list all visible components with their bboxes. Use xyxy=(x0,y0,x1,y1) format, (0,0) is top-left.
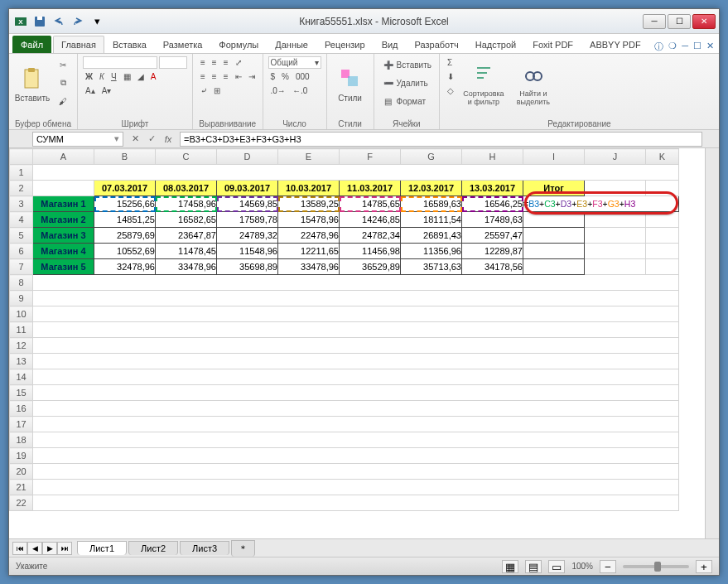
cell-I7[interactable] xyxy=(523,259,585,275)
excel-icon[interactable]: X xyxy=(12,13,29,30)
sheet-tab-1[interactable]: Лист1 xyxy=(77,541,127,555)
col-header-E[interactable]: E xyxy=(278,149,340,165)
row-header-13[interactable]: 13 xyxy=(10,354,33,369)
select-all-corner[interactable] xyxy=(10,149,33,165)
vertical-scrollbar[interactable] xyxy=(705,148,719,538)
cell-B5[interactable]: 25879,69 xyxy=(94,228,156,244)
view-pagebreak-button[interactable]: ▭ xyxy=(548,560,565,573)
cell-J6[interactable] xyxy=(585,244,646,259)
col-header-C[interactable]: C xyxy=(156,149,217,165)
row-header-17[interactable]: 17 xyxy=(10,417,33,432)
font-family-dropdown[interactable] xyxy=(83,56,157,69)
orientation-button[interactable]: ⤢ xyxy=(233,56,244,69)
col-header-H[interactable]: H xyxy=(462,149,523,165)
cell-I3-editing[interactable]: =B3+C3+D3+E3+F3+G3+H3 xyxy=(523,196,679,212)
ribbon-minimize-icon[interactable]: ⓘ xyxy=(654,41,663,53)
row-header-2[interactable]: 2 xyxy=(10,181,33,196)
cell-C7[interactable]: 33478,96 xyxy=(156,259,217,275)
cell-G4[interactable]: 18111,54 xyxy=(401,212,462,228)
qat-dropdown-icon[interactable]: ▾ xyxy=(89,13,105,30)
tab-addins[interactable]: Надстрой xyxy=(467,36,524,53)
cell-G6[interactable]: 11356,96 xyxy=(401,244,462,259)
cell-E4[interactable]: 15478,96 xyxy=(278,212,340,228)
cell-D4[interactable]: 17589,78 xyxy=(217,212,278,228)
col-header-I[interactable]: I xyxy=(523,149,585,165)
row-14[interactable] xyxy=(33,369,679,385)
align-left-button[interactable]: ≡ xyxy=(198,70,208,83)
view-layout-button[interactable]: ▤ xyxy=(525,560,542,573)
cell-I5[interactable] xyxy=(523,228,585,244)
cell-K7[interactable] xyxy=(646,259,679,275)
cell-H6[interactable]: 12289,87 xyxy=(462,244,523,259)
row-12[interactable] xyxy=(33,338,679,354)
row-9[interactable] xyxy=(33,291,679,306)
cell-C5[interactable]: 23647,87 xyxy=(156,228,217,244)
sheet-nav-prev[interactable]: ◀ xyxy=(27,542,42,555)
insert-cells-button[interactable]: ➕Вставить xyxy=(379,56,434,73)
row-header-11[interactable]: 11 xyxy=(10,322,33,338)
row-10[interactable] xyxy=(33,306,679,322)
row-header-6[interactable]: 6 xyxy=(10,244,33,259)
row-header-8[interactable]: 8 xyxy=(10,275,33,291)
align-top-button[interactable]: ≡ xyxy=(198,56,208,69)
cell-C6[interactable]: 11478,45 xyxy=(156,244,217,259)
cell-G7[interactable]: 35713,63 xyxy=(401,259,462,275)
row-header-1[interactable]: 1 xyxy=(10,165,33,181)
sheet-nav-next[interactable]: ▶ xyxy=(42,542,57,555)
tab-developer[interactable]: Разработч xyxy=(407,36,467,53)
save-icon[interactable] xyxy=(31,13,48,30)
border-button[interactable]: ▦ xyxy=(121,70,133,83)
cell-empty[interactable] xyxy=(33,165,679,181)
cell-F7[interactable]: 36529,89 xyxy=(340,259,401,275)
row-header-15[interactable]: 15 xyxy=(10,385,33,401)
tab-foxit[interactable]: Foxit PDF xyxy=(524,36,581,53)
row-17[interactable] xyxy=(33,417,679,432)
wrap-text-button[interactable]: ⤶ xyxy=(198,84,210,97)
increase-indent-button[interactable]: ⇥ xyxy=(246,70,258,83)
cell-B6[interactable]: 10552,69 xyxy=(94,244,156,259)
tab-data[interactable]: Данные xyxy=(267,36,316,53)
cell-E2[interactable]: 10.03.2017 xyxy=(278,181,340,196)
row-header-5[interactable]: 5 xyxy=(10,228,33,244)
cell-G5[interactable]: 26891,43 xyxy=(401,228,462,244)
comma-button[interactable]: 000 xyxy=(293,70,312,83)
decrease-indent-button[interactable]: ⇤ xyxy=(233,70,244,83)
format-painter-button[interactable]: 🖌 xyxy=(54,93,72,109)
row-header-7[interactable]: 7 xyxy=(10,259,33,275)
row-header-20[interactable]: 20 xyxy=(10,464,33,480)
align-right-button[interactable]: ≡ xyxy=(221,70,231,83)
cell-C3[interactable]: 17458,96 xyxy=(156,196,217,212)
grid-scroll[interactable]: A B C D E F G H I J K 1 2 07.03.2017 xyxy=(9,148,705,538)
cell-A6[interactable]: Магазин 4 xyxy=(33,244,94,259)
maximize-button[interactable]: ☐ xyxy=(668,14,691,29)
formula-bar[interactable]: =B3+C3+D3+E3+F3+G3+H3 xyxy=(180,132,702,147)
cell-I2[interactable]: Итог xyxy=(523,181,585,196)
row-header-18[interactable]: 18 xyxy=(10,432,33,448)
cell-B3[interactable]: 15256,66 xyxy=(94,196,156,212)
cell-B4[interactable]: 14851,25 xyxy=(94,212,156,228)
minimize-button[interactable]: ─ xyxy=(643,14,666,29)
cell-F6[interactable]: 11456,98 xyxy=(340,244,401,259)
copy-button[interactable]: ⧉ xyxy=(54,75,72,91)
cell-A5[interactable]: Магазин 3 xyxy=(33,228,94,244)
clear-button[interactable]: ◇ xyxy=(445,84,456,97)
row-header-14[interactable]: 14 xyxy=(10,369,33,385)
cell-J7[interactable] xyxy=(585,259,646,275)
close-button[interactable]: ✕ xyxy=(692,14,716,29)
row-header-19[interactable]: 19 xyxy=(10,448,33,464)
row-header-22[interactable]: 22 xyxy=(10,495,33,511)
cell-F2[interactable]: 11.03.2017 xyxy=(340,181,401,196)
sort-filter-button[interactable]: Сортировка и фильтр xyxy=(460,56,508,111)
cell-D3[interactable]: 14569,85 xyxy=(217,196,278,212)
sheet-tab-2[interactable]: Лист2 xyxy=(128,541,178,555)
cell-I4[interactable] xyxy=(523,212,585,228)
row-8[interactable] xyxy=(33,275,679,291)
name-box[interactable]: СУММ▾ xyxy=(32,132,123,147)
cell-A7[interactable]: Магазин 5 xyxy=(33,259,94,275)
cell-H3[interactable]: 16546,25 xyxy=(462,196,523,212)
align-middle-button[interactable]: ≡ xyxy=(210,56,219,69)
cell-J5[interactable] xyxy=(585,228,646,244)
cell-K5[interactable] xyxy=(646,228,679,244)
row-header-3[interactable]: 3 xyxy=(10,196,33,212)
insert-function-button[interactable]: fx xyxy=(162,133,175,146)
